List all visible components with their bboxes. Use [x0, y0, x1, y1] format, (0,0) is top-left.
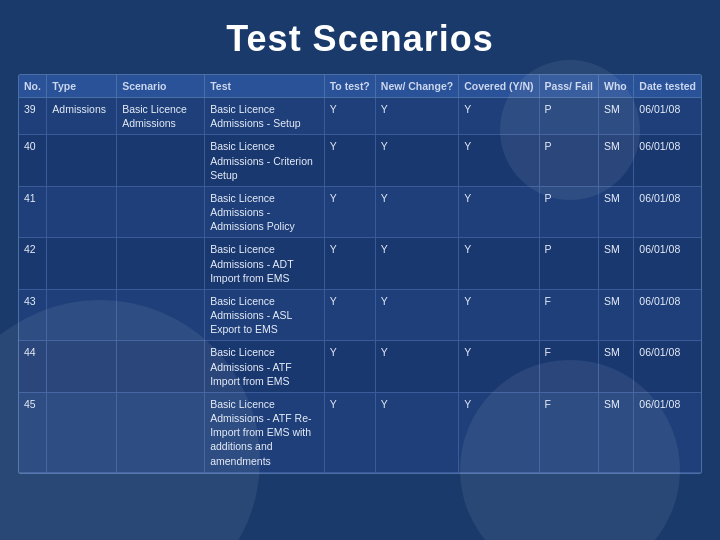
cell-who: SM — [599, 289, 634, 341]
cell-totest: Y — [324, 135, 375, 187]
cell-totest: Y — [324, 341, 375, 393]
cell-newchange: Y — [375, 186, 458, 238]
cell-covered: Y — [459, 341, 539, 393]
cell-no: 39 — [19, 98, 47, 135]
cell-type: Admissions — [47, 98, 117, 135]
cell-type — [47, 341, 117, 393]
cell-test: Basic Licence Admissions - ATF Re-Import… — [205, 392, 325, 472]
col-header-datetested: Date tested — [634, 75, 701, 98]
col-header-covered: Covered (Y/N) — [459, 75, 539, 98]
col-header-scenario: Scenario — [117, 75, 205, 98]
cell-totest: Y — [324, 186, 375, 238]
table-header: No. Type Scenario Test To test? New/ Cha… — [19, 75, 701, 98]
cell-newchange: Y — [375, 135, 458, 187]
cell-passfail: P — [539, 98, 598, 135]
cell-newchange: Y — [375, 392, 458, 472]
cell-totest: Y — [324, 392, 375, 472]
cell-totest: Y — [324, 289, 375, 341]
cell-covered: Y — [459, 238, 539, 290]
cell-no: 44 — [19, 341, 47, 393]
col-header-passfail: Pass/ Fail — [539, 75, 598, 98]
cell-test: Basic Licence Admissions - ATF Import fr… — [205, 341, 325, 393]
scenarios-table: No. Type Scenario Test To test? New/ Cha… — [19, 75, 701, 473]
cell-datetested: 06/01/08 — [634, 186, 701, 238]
cell-newchange: Y — [375, 289, 458, 341]
cell-who: SM — [599, 341, 634, 393]
cell-datetested: 06/01/08 — [634, 392, 701, 472]
cell-newchange: Y — [375, 238, 458, 290]
col-header-totest: To test? — [324, 75, 375, 98]
cell-test: Basic Licence Admissions - Admissions Po… — [205, 186, 325, 238]
cell-type — [47, 186, 117, 238]
cell-no: 42 — [19, 238, 47, 290]
cell-newchange: Y — [375, 98, 458, 135]
cell-passfail: P — [539, 238, 598, 290]
cell-scenario — [117, 341, 205, 393]
cell-test: Basic Licence Admissions - Criterion Set… — [205, 135, 325, 187]
cell-who: SM — [599, 186, 634, 238]
cell-who: SM — [599, 392, 634, 472]
cell-who: SM — [599, 238, 634, 290]
page-title: Test Scenarios — [0, 0, 720, 74]
cell-test: Basic Licence Admissions - Setup — [205, 98, 325, 135]
cell-totest: Y — [324, 238, 375, 290]
cell-datetested: 06/01/08 — [634, 289, 701, 341]
cell-scenario — [117, 135, 205, 187]
table-row: 39AdmissionsBasic Licence AdmissionsBasi… — [19, 98, 701, 135]
cell-covered: Y — [459, 289, 539, 341]
cell-newchange: Y — [375, 341, 458, 393]
table-body: 39AdmissionsBasic Licence AdmissionsBasi… — [19, 98, 701, 473]
cell-no: 40 — [19, 135, 47, 187]
cell-covered: Y — [459, 135, 539, 187]
cell-datetested: 06/01/08 — [634, 98, 701, 135]
col-header-who: Who — [599, 75, 634, 98]
col-header-newchange: New/ Change? — [375, 75, 458, 98]
cell-type — [47, 135, 117, 187]
cell-who: SM — [599, 135, 634, 187]
cell-scenario: Basic Licence Admissions — [117, 98, 205, 135]
cell-scenario — [117, 238, 205, 290]
cell-type — [47, 289, 117, 341]
cell-no: 43 — [19, 289, 47, 341]
cell-no: 41 — [19, 186, 47, 238]
cell-scenario — [117, 186, 205, 238]
cell-passfail: F — [539, 289, 598, 341]
col-header-test: Test — [205, 75, 325, 98]
cell-passfail: F — [539, 392, 598, 472]
cell-datetested: 06/01/08 — [634, 341, 701, 393]
cell-scenario — [117, 392, 205, 472]
scenarios-table-wrapper: No. Type Scenario Test To test? New/ Cha… — [18, 74, 702, 474]
cell-passfail: F — [539, 341, 598, 393]
cell-covered: Y — [459, 392, 539, 472]
cell-covered: Y — [459, 186, 539, 238]
cell-covered: Y — [459, 98, 539, 135]
table-row: 42Basic Licence Admissions - ADT Import … — [19, 238, 701, 290]
cell-passfail: P — [539, 186, 598, 238]
cell-test: Basic Licence Admissions - ADT Import fr… — [205, 238, 325, 290]
cell-totest: Y — [324, 98, 375, 135]
table-row: 43Basic Licence Admissions - ASL Export … — [19, 289, 701, 341]
cell-datetested: 06/01/08 — [634, 135, 701, 187]
cell-passfail: P — [539, 135, 598, 187]
cell-no: 45 — [19, 392, 47, 472]
col-header-no: No. — [19, 75, 47, 98]
cell-test: Basic Licence Admissions - ASL Export to… — [205, 289, 325, 341]
table-row: 40Basic Licence Admissions - Criterion S… — [19, 135, 701, 187]
cell-datetested: 06/01/08 — [634, 238, 701, 290]
table-row: 41Basic Licence Admissions - Admissions … — [19, 186, 701, 238]
table-row: 45Basic Licence Admissions - ATF Re-Impo… — [19, 392, 701, 472]
col-header-type: Type — [47, 75, 117, 98]
cell-type — [47, 392, 117, 472]
cell-type — [47, 238, 117, 290]
header-row: No. Type Scenario Test To test? New/ Cha… — [19, 75, 701, 98]
table-row: 44Basic Licence Admissions - ATF Import … — [19, 341, 701, 393]
cell-who: SM — [599, 98, 634, 135]
cell-scenario — [117, 289, 205, 341]
